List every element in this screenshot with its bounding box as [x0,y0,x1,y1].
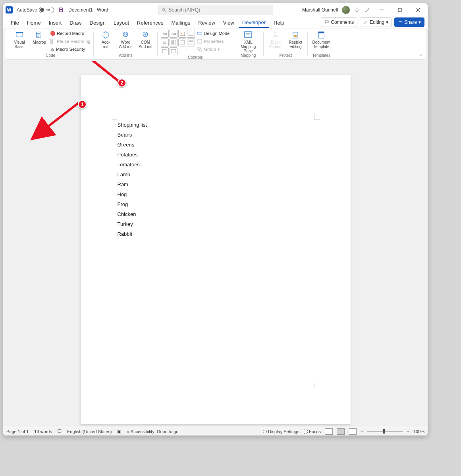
close-button[interactable] [411,4,425,15]
tab-developer[interactable]: Developer [239,18,269,28]
doc-line[interactable]: Ram [118,179,147,189]
doc-line[interactable]: Potatoes [118,150,147,160]
picture-control-icon[interactable] [178,30,186,38]
com-addins-label: COM Add-ins [139,40,152,49]
doc-line[interactable]: Greens [118,140,147,150]
design-mode-button[interactable]: Design Mode [197,30,230,37]
page-indicator[interactable]: Page 1 of 1 [6,429,29,434]
document-template-button[interactable]: Document Template [311,30,332,49]
margin-mark [112,114,117,120]
maximize-button[interactable] [393,4,407,15]
doc-line[interactable]: Shopping list [118,120,147,130]
doc-line[interactable]: Hog [118,189,147,199]
document-body[interactable]: Shopping list Beans Greens Potatoes Toma… [118,120,147,239]
ribbon-collapse-icon[interactable]: ⌄ [419,52,422,57]
dropdown-control-icon[interactable] [178,39,186,46]
minimize-button[interactable] [374,4,389,15]
xml-mapping-label: XML Mapping Pane [236,40,260,53]
tab-help[interactable]: Help [270,18,288,27]
group-addins: Add- ins Word Add-ins COM Add-ins Add-in… [94,30,157,58]
macro-status-icon[interactable]: ▣ [117,429,121,434]
addins-button[interactable]: Add- ins [97,30,114,49]
tab-design[interactable]: Design [86,18,109,27]
doc-line[interactable]: Lamb [118,170,147,179]
chevron-down-icon: ▾ [386,19,388,25]
svg-line-35 [45,103,79,129]
doc-line[interactable]: Turkey [118,219,147,229]
combo-box-control-icon[interactable] [170,39,177,46]
tab-draw[interactable]: Draw [66,18,85,27]
group-templates: Document Template Templates [308,30,335,58]
doc-line[interactable]: Rabbit [118,229,147,239]
word-count[interactable]: 13 words [34,429,52,434]
text-predictions-icon[interactable]: ❐ [58,429,62,434]
group-protect-label: Protect [279,53,292,58]
word-addins-button[interactable]: Word Add-ins [117,30,134,49]
focus-button[interactable]: ⛶ Focus [303,429,321,434]
xml-mapping-button[interactable]: XML Mapping Pane [236,30,260,53]
user-name[interactable]: Marshall Gunnell [302,7,338,13]
tab-references[interactable]: References [133,18,167,27]
diamond-icon[interactable] [354,7,360,13]
share-button[interactable]: Share ▾ [394,17,424,27]
comments-button[interactable]: Comments [321,17,357,27]
document-title: Document1 - Word [68,7,108,13]
rich-text-control-icon[interactable]: Aa [161,30,169,38]
tab-file[interactable]: File [7,18,23,27]
pause-icon [50,39,55,44]
tab-view[interactable]: View [220,18,238,27]
repeating-section-control-icon[interactable] [161,47,169,55]
tab-insert[interactable]: Insert [45,18,66,27]
accessibility-status[interactable]: ⍝ Accessibility: Good to go [127,429,178,434]
com-addins-button[interactable]: COM Add-ins [137,30,154,49]
visual-basic-button[interactable]: Visual Basic [11,30,28,49]
zoom-level[interactable]: 100% [413,429,424,434]
doc-line[interactable]: Tomatoes [118,160,147,170]
read-mode-view-icon[interactable] [325,428,333,435]
date-picker-control-icon[interactable] [187,39,195,46]
zoom-slider[interactable] [367,431,403,432]
macros-button[interactable]: Macros [31,30,48,44]
tab-review[interactable]: Review [195,18,219,27]
pen-icon[interactable] [364,7,370,13]
zoom-slider-thumb[interactable] [383,429,385,434]
lock-icon [291,31,300,39]
warning-icon: ⚠ [50,47,54,52]
menu-bar: File Home Insert Draw Design Layout Refe… [3,17,428,29]
save-icon[interactable] [58,7,64,13]
xml-icon [244,31,253,39]
language-indicator[interactable]: English (United States) [67,429,112,434]
tab-mailings[interactable]: Mailings [168,18,194,27]
word-addins-label: Word Add-ins [119,40,132,49]
properties-button: Properties [197,38,230,45]
web-layout-view-icon[interactable] [349,428,357,435]
checkbox-control-icon[interactable]: ☑ [161,39,169,46]
building-block-control-icon[interactable] [187,30,195,38]
macro-security-button[interactable]: ⚠Macro Security [50,46,90,53]
document-workspace[interactable]: Shopping list Beans Greens Potatoes Toma… [3,61,428,436]
tab-layout[interactable]: Layout [110,18,133,27]
search-icon [162,8,166,12]
restrict-editing-button[interactable]: Restrict Editing [287,30,304,49]
block-authors-button: Block Authors [267,30,284,49]
tab-home[interactable]: Home [23,18,44,27]
zoom-in-button[interactable]: + [407,429,409,434]
doc-line[interactable]: Frog [118,199,147,209]
zoom-out-button[interactable]: − [361,429,363,434]
group-controls-label: Controls [188,55,203,60]
visual-basic-icon [15,31,24,39]
legacy-tools-icon[interactable] [170,47,177,55]
search-input[interactable]: Search (Alt+Q) [158,5,273,15]
display-settings-button[interactable]: 🖵 Display Settings [262,429,299,434]
document-page[interactable]: Shopping list Beans Greens Potatoes Toma… [81,75,351,424]
svg-rect-26 [198,47,200,50]
record-macro-button[interactable]: Record Macro [50,30,90,37]
plain-text-control-icon[interactable]: Aa [170,30,177,38]
autosave-toggle[interactable]: Off [39,7,54,13]
doc-line[interactable]: Beans [118,130,147,140]
editing-button[interactable]: Editing ▾ [360,17,392,27]
svg-marker-11 [103,32,108,39]
user-avatar[interactable] [342,6,350,14]
print-layout-view-icon[interactable] [337,428,345,435]
doc-line[interactable]: Chicken [118,209,147,219]
